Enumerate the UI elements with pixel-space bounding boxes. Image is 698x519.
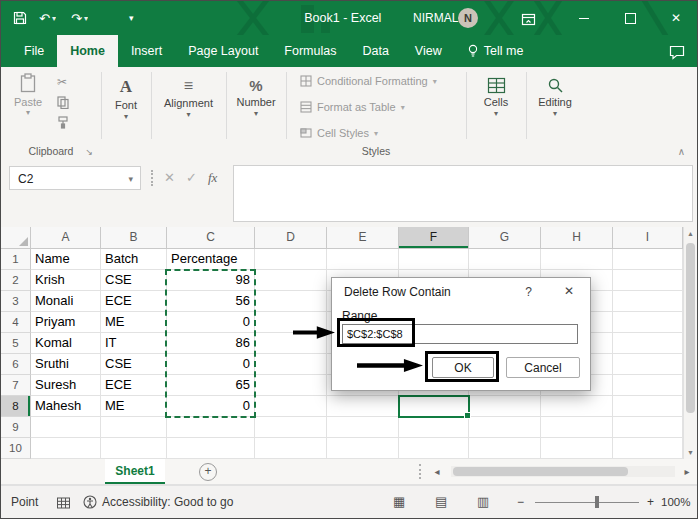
font-group-button[interactable]: A Font ▾ [101, 67, 151, 139]
column-header-A[interactable]: A [31, 227, 101, 249]
cell-A10[interactable] [31, 438, 101, 459]
cell-I7[interactable] [613, 375, 683, 396]
save-icon[interactable] [13, 1, 27, 35]
ribbon-display-options-button[interactable] [521, 10, 536, 28]
cell-A2[interactable]: Krish [31, 270, 101, 291]
cell-I2[interactable] [613, 270, 683, 291]
cell-A9[interactable] [31, 417, 101, 438]
cell-C6[interactable]: 0 [167, 354, 255, 375]
tab-view[interactable]: View [402, 35, 455, 67]
cell-A6[interactable]: Sruthi [31, 354, 101, 375]
row-header-8[interactable]: 8 [1, 396, 31, 417]
cell-D5[interactable] [255, 333, 327, 354]
vertical-scrollbar[interactable]: ▲ ▼ [683, 227, 697, 459]
cell-B2[interactable]: CSE [101, 270, 167, 291]
copy-icon[interactable] [57, 95, 69, 109]
comments-icon[interactable] [669, 43, 685, 61]
keyboard-grid-icon[interactable] [57, 495, 70, 509]
cell-I6[interactable] [613, 354, 683, 375]
row-header-7[interactable]: 7 [1, 375, 31, 396]
cell-C10[interactable] [167, 438, 255, 459]
cell-B7[interactable]: ECE [101, 375, 167, 396]
zoom-in-button[interactable]: + [647, 486, 654, 518]
customize-quick-access-button[interactable]: ▾ [129, 1, 134, 35]
cell-D6[interactable] [255, 354, 327, 375]
tell-me-button[interactable]: Tell me [455, 35, 536, 67]
cell-F1[interactable] [399, 249, 469, 270]
range-input[interactable] [342, 324, 578, 344]
row-header-5[interactable]: 5 [1, 333, 31, 354]
column-header-G[interactable]: G [469, 227, 541, 249]
ok-button[interactable]: OK [432, 357, 494, 378]
scroll-left-icon[interactable]: ◂ [429, 459, 445, 484]
scroll-down-icon[interactable]: ▼ [684, 449, 697, 456]
insert-function-icon[interactable]: fx [208, 166, 217, 190]
add-sheet-button[interactable]: + [199, 463, 217, 481]
row-header-6[interactable]: 6 [1, 354, 31, 375]
cell-E8[interactable] [327, 396, 399, 417]
cell-D3[interactable] [255, 291, 327, 312]
cell-C2[interactable]: 98 [167, 270, 255, 291]
editing-group-button[interactable]: Editing ▾ [526, 67, 584, 139]
cell-E9[interactable] [327, 417, 399, 438]
row-header-2[interactable]: 2 [1, 270, 31, 291]
formula-input[interactable] [233, 165, 693, 222]
cell-H10[interactable] [541, 438, 613, 459]
row-header-10[interactable]: 10 [1, 438, 31, 459]
column-header-C[interactable]: C [167, 227, 255, 249]
tab-file[interactable]: File [11, 35, 57, 67]
row-header-9[interactable]: 9 [1, 417, 31, 438]
number-group-button[interactable]: % Number ▾ [226, 67, 286, 139]
cell-A5[interactable]: Komal [31, 333, 101, 354]
cell-A8[interactable]: Mahesh [31, 396, 101, 417]
accessibility-icon[interactable] [83, 494, 97, 509]
paste-button[interactable]: Paste ▾ [9, 73, 47, 117]
dialog-help-button[interactable]: ? [525, 285, 532, 299]
cell-I9[interactable] [613, 417, 683, 438]
cell-D2[interactable] [255, 270, 327, 291]
zoom-slider-thumb[interactable] [595, 496, 599, 508]
collapse-ribbon-button[interactable]: ∧ [678, 146, 685, 157]
cancel-entry-icon[interactable]: ✕ [164, 166, 175, 190]
cell-I5[interactable] [613, 333, 683, 354]
cell-I3[interactable] [613, 291, 683, 312]
page-layout-view-icon[interactable]: ▤ [435, 486, 447, 518]
cell-D4[interactable] [255, 312, 327, 333]
column-header-D[interactable]: D [255, 227, 327, 249]
cell-H9[interactable] [541, 417, 613, 438]
cell-B6[interactable]: CSE [101, 354, 167, 375]
format-painter-icon[interactable] [57, 115, 69, 129]
cell-C1[interactable]: Percentage [167, 249, 255, 270]
cell-A1[interactable]: Name [31, 249, 101, 270]
cell-A4[interactable]: Priyam [31, 312, 101, 333]
select-all-corner[interactable] [1, 227, 31, 249]
cell-B3[interactable]: ECE [101, 291, 167, 312]
cell-F9[interactable] [399, 417, 469, 438]
cancel-button[interactable]: Cancel [506, 357, 580, 378]
cell-I1[interactable] [613, 249, 683, 270]
cut-icon[interactable]: ✂ [57, 75, 67, 89]
cell-C7[interactable]: 65 [167, 375, 255, 396]
cell-E1[interactable] [327, 249, 399, 270]
scroll-up-icon[interactable]: ▲ [684, 230, 697, 237]
cell-F10[interactable] [399, 438, 469, 459]
normal-view-icon[interactable]: ▦ [393, 486, 405, 518]
tab-home[interactable]: Home [57, 35, 118, 67]
cell-styles-button[interactable]: Cell Styles▾ [300, 127, 378, 139]
cell-I8[interactable] [613, 396, 683, 417]
maximize-button[interactable] [607, 1, 653, 35]
accessibility-status[interactable]: Accessibility: Good to go [102, 486, 233, 518]
cell-I4[interactable] [613, 312, 683, 333]
tab-insert[interactable]: Insert [118, 35, 175, 67]
zoom-level[interactable]: 100% [661, 486, 690, 518]
cell-B10[interactable] [101, 438, 167, 459]
dialog-close-icon[interactable]: ✕ [564, 284, 574, 298]
row-header-4[interactable]: 4 [1, 312, 31, 333]
column-header-I[interactable]: I [613, 227, 683, 249]
close-button[interactable]: ✕ [653, 1, 698, 35]
cell-D10[interactable] [255, 438, 327, 459]
format-as-table-button[interactable]: Format as Table▾ [300, 101, 405, 113]
cell-C4[interactable]: 0 [167, 312, 255, 333]
minimize-button[interactable] [561, 1, 607, 35]
tab-data[interactable]: Data [349, 35, 401, 67]
